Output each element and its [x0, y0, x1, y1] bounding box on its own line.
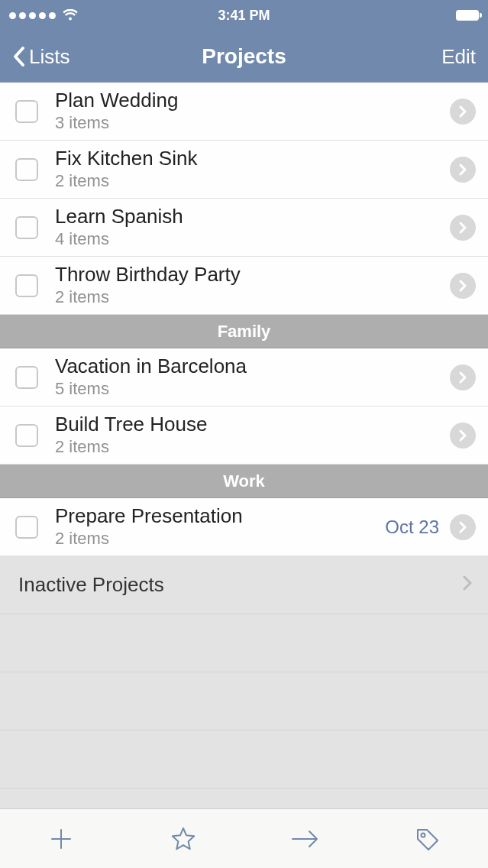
chevron-right-icon — [457, 279, 468, 293]
disclosure-button[interactable] — [450, 99, 476, 125]
project-row[interactable]: Prepare Presentation2 itemsOct 23 — [0, 498, 488, 556]
empty-area — [0, 614, 488, 789]
chevron-right-icon — [457, 520, 468, 534]
checkbox[interactable] — [15, 516, 38, 539]
checkbox[interactable] — [15, 424, 38, 447]
row-subtitle: 2 items — [55, 437, 450, 457]
project-row[interactable]: Plan Wedding3 items — [0, 83, 488, 141]
checkbox[interactable] — [15, 274, 38, 297]
chevron-right-icon — [457, 429, 468, 442]
inactive-label: Inactive Projects — [18, 573, 164, 597]
page-title: Projects — [202, 44, 286, 69]
row-subtitle: 3 items — [55, 113, 450, 133]
signal-dots-icon — [9, 12, 56, 19]
row-text: Fix Kitchen Sink2 items — [55, 147, 450, 191]
row-text: Build Tree House2 items — [55, 413, 450, 457]
disclosure-button[interactable] — [450, 157, 476, 183]
project-row[interactable]: Throw Birthday Party2 items — [0, 257, 488, 315]
checkbox[interactable] — [15, 158, 38, 181]
status-left — [9, 9, 79, 21]
star-icon — [170, 825, 197, 853]
status-time: 3:41 PM — [218, 8, 270, 24]
row-title: Build Tree House — [55, 413, 450, 436]
row-text: Throw Birthday Party2 items — [55, 264, 450, 307]
disclosure-button[interactable] — [450, 273, 476, 299]
row-title: Fix Kitchen Sink — [55, 147, 450, 170]
row-text: Plan Wedding3 items — [55, 89, 450, 133]
row-text: Learn Spanish4 items — [55, 206, 450, 249]
row-subtitle: 2 items — [55, 287, 450, 307]
star-button[interactable] — [160, 816, 206, 862]
row-subtitle: 4 items — [55, 229, 450, 249]
section-header: Work — [0, 465, 488, 498]
disclosure-button[interactable] — [450, 423, 476, 449]
row-due-date: Oct 23 — [385, 517, 439, 538]
inactive-projects-row[interactable]: Inactive Projects — [0, 556, 488, 614]
row-title: Throw Birthday Party — [55, 264, 450, 286]
project-row[interactable]: Learn Spanish4 items — [0, 199, 488, 257]
svg-point-0 — [422, 833, 425, 837]
chevron-right-icon — [457, 105, 468, 118]
back-button[interactable]: Lists — [12, 45, 69, 69]
row-title: Prepare Presentation — [55, 505, 385, 527]
disclosure-button[interactable] — [450, 215, 476, 241]
row-title: Plan Wedding — [55, 89, 450, 112]
battery-icon — [456, 10, 479, 21]
chevron-left-icon — [12, 45, 26, 68]
section-header: Family — [0, 315, 488, 348]
tag-icon — [413, 825, 441, 853]
nav-bar: Lists Projects Edit — [0, 31, 488, 83]
wifi-icon — [62, 9, 79, 21]
arrow-right-icon — [289, 828, 320, 850]
checkbox[interactable] — [15, 216, 38, 239]
project-row[interactable]: Fix Kitchen Sink2 items — [0, 141, 488, 199]
back-label: Lists — [29, 45, 69, 69]
status-bar: 3:41 PM — [0, 0, 488, 31]
edit-button[interactable]: Edit — [441, 45, 476, 69]
chevron-right-icon — [457, 163, 468, 177]
row-text: Prepare Presentation2 items — [55, 505, 385, 549]
row-subtitle: 2 items — [55, 171, 450, 191]
chevron-right-icon — [462, 573, 473, 597]
checkbox[interactable] — [15, 100, 38, 123]
disclosure-button[interactable] — [450, 364, 476, 390]
tag-button[interactable] — [404, 816, 450, 862]
chevron-right-icon — [457, 371, 468, 384]
chevron-right-icon — [457, 221, 468, 235]
plus-icon — [47, 825, 75, 853]
row-subtitle: 5 items — [55, 379, 450, 399]
row-subtitle: 2 items — [55, 529, 385, 549]
add-button[interactable] — [38, 816, 84, 862]
row-text: Vacation in Barcelona5 items — [55, 355, 450, 399]
forward-button[interactable] — [282, 816, 328, 862]
project-row[interactable]: Build Tree House2 items — [0, 406, 488, 465]
row-title: Learn Spanish — [55, 206, 450, 228]
toolbar — [0, 808, 488, 868]
disclosure-button[interactable] — [450, 514, 476, 540]
project-row[interactable]: Vacation in Barcelona5 items — [0, 348, 488, 406]
checkbox[interactable] — [15, 366, 38, 389]
project-list: Plan Wedding3 itemsFix Kitchen Sink2 ite… — [0, 83, 488, 556]
row-title: Vacation in Barcelona — [55, 355, 450, 377]
